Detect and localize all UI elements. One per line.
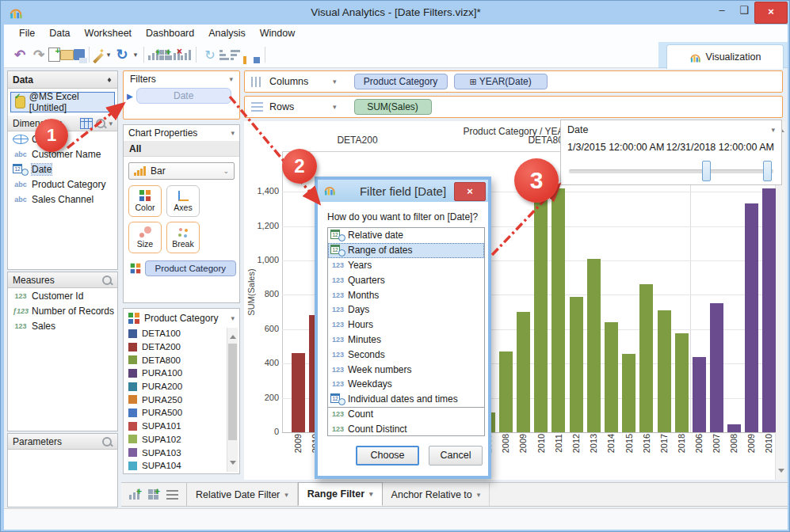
dimension-item[interactable]: Sales Channel (8, 192, 117, 207)
filter-option[interactable]: Seconds (328, 347, 484, 362)
bar-PURA100-2006[interactable] (693, 357, 706, 432)
choose-button[interactable]: Choose (356, 446, 419, 466)
toolbar-icon[interactable] (132, 45, 139, 64)
legend-item[interactable]: SUPA103 (124, 446, 227, 459)
sheet-tab[interactable]: Relative Date Filter ▾ (187, 483, 298, 506)
chevron-down-icon[interactable]: ▾ (229, 75, 233, 83)
bar-DETA800-2015[interactable] (622, 354, 635, 432)
bar-DETA800-2013[interactable] (587, 259, 601, 432)
cancel-button[interactable]: Cancel (429, 446, 483, 466)
bar-DETA800-2018[interactable] (675, 333, 689, 432)
search-icon[interactable] (101, 275, 113, 286)
chart-type-select[interactable]: Bar ⌄ (128, 162, 235, 180)
property-button[interactable]: Color (128, 185, 162, 217)
sheet-tab[interactable]: Anchor Relative to ▾ (383, 483, 490, 506)
worksheet-list-icon[interactable] (166, 490, 178, 500)
menu-item[interactable]: Data (42, 28, 77, 39)
collapse-expand-icon[interactable] (108, 75, 112, 84)
bar-DETA800-2010[interactable] (534, 180, 548, 432)
menu-item[interactable]: File (12, 28, 42, 39)
color-shelf-pill[interactable]: Product Category (145, 260, 236, 276)
shelf-pill[interactable]: SUM(Sales) (354, 99, 432, 115)
add-dashboard-icon[interactable] (148, 489, 158, 500)
chevron-down-icon[interactable]: ▾ (333, 103, 337, 111)
toolbar-icon[interactable] (10, 45, 29, 64)
toolbar-icon[interactable] (48, 48, 60, 62)
filter-option[interactable]: Count Distinct (328, 421, 484, 436)
filter-option[interactable]: Individual dates and times (328, 392, 484, 407)
legend-item[interactable]: DETA800 (124, 353, 227, 367)
bar-DETA800-2016[interactable] (639, 284, 653, 432)
slider-handle-start[interactable] (702, 161, 711, 181)
data-connection[interactable]: @MS Excel [Untitled] (10, 92, 115, 112)
measure-item[interactable]: Sales (8, 318, 117, 333)
legend-item[interactable]: DETA100 (124, 327, 227, 340)
bar-DETA800-2011[interactable] (551, 188, 565, 432)
legend-scrollbar[interactable] (227, 328, 238, 472)
menu-item[interactable]: Window (253, 28, 302, 39)
chevron-down-icon[interactable]: ▾ (477, 491, 481, 499)
shelf-pill[interactable]: ⊞Product Category (354, 74, 448, 89)
table-view-icon[interactable] (80, 118, 93, 129)
toolbar-icon[interactable] (113, 45, 132, 64)
legend-item[interactable]: PURA500 (124, 406, 227, 420)
bar-DETA800-2017[interactable] (658, 310, 671, 432)
filter-option[interactable]: Minutes (328, 332, 484, 348)
toolbar-icon[interactable] (60, 50, 74, 60)
bar-DETA800-2009[interactable] (517, 312, 530, 432)
property-button[interactable]: Break (166, 222, 200, 253)
toolbar-icon[interactable] (94, 49, 105, 60)
measure-item[interactable]: Customer Id (8, 288, 117, 303)
bar-DETA800-2012[interactable] (570, 297, 583, 432)
filter-option[interactable]: Hours (328, 317, 484, 332)
property-button[interactable]: Axes (166, 185, 200, 217)
slider-handle-end[interactable] (763, 161, 772, 181)
sheet-tab[interactable]: Range Filter ▾ (298, 482, 383, 506)
toolbar-icon[interactable] (200, 45, 219, 64)
filter-option[interactable]: Weekdays (328, 377, 484, 392)
menu-item[interactable]: Analysis (201, 28, 253, 39)
dimension-item[interactable]: Customer Name (8, 146, 117, 162)
shelf-pill[interactable]: ⊞YEAR(Date) (454, 74, 548, 89)
filter-option[interactable]: Quarters (328, 272, 484, 287)
toolbar-icon[interactable] (105, 45, 113, 64)
filter-option[interactable]: Days (328, 302, 484, 317)
chevron-down-icon[interactable]: ▾ (109, 120, 113, 127)
toolbar-icon[interactable] (159, 50, 170, 60)
filter-pill-date[interactable]: Date (136, 88, 231, 104)
legend-item[interactable]: SUPA104 (124, 459, 227, 473)
dimension-item[interactable]: Product Category (8, 177, 117, 192)
menu-item[interactable]: Dashboard (139, 28, 201, 39)
date-range-slider-track[interactable] (569, 169, 773, 173)
minimize-button[interactable]: – (712, 1, 732, 21)
bar-DETA200-2009[interactable] (292, 353, 305, 432)
chevron-down-icon[interactable]: ▾ (284, 491, 288, 499)
legend-item[interactable]: SUPA102 (124, 433, 227, 446)
toolbar-icon[interactable] (181, 50, 192, 60)
toolbar-icon[interactable] (148, 50, 159, 60)
chevron-down-icon[interactable]: ▾ (369, 490, 373, 498)
filter-option[interactable]: Range of dates (328, 243, 484, 258)
bar-DETA800-2014[interactable] (605, 322, 618, 432)
bar-DETA800-2008[interactable] (499, 352, 513, 432)
legend-item[interactable]: PURA100 (124, 367, 227, 380)
toolbar-icon[interactable] (242, 45, 261, 64)
toolbar-icon[interactable] (74, 49, 85, 60)
chevron-down-icon[interactable]: ▾ (231, 129, 235, 137)
filter-option[interactable]: Months (328, 287, 484, 302)
toolbar-icon[interactable] (29, 45, 48, 64)
filter-option[interactable]: Relative date (328, 228, 484, 243)
toolbar-icon[interactable] (170, 50, 181, 60)
filter-option[interactable]: Count (328, 407, 484, 422)
toolbar-icon[interactable] (219, 50, 231, 60)
bar-PURA100-2009[interactable] (745, 203, 758, 432)
dimension-item[interactable]: Date (8, 162, 117, 177)
measure-item[interactable]: Number of Records (8, 303, 117, 318)
legend-item[interactable]: PURA250 (124, 393, 227, 406)
close-button[interactable]: × (754, 2, 788, 24)
legend-item[interactable]: DETA200 (124, 340, 227, 354)
search-icon[interactable] (95, 118, 106, 129)
chevron-down-icon[interactable]: ▾ (333, 78, 337, 86)
search-icon[interactable] (101, 436, 113, 447)
toolbar-icon[interactable] (231, 50, 242, 60)
